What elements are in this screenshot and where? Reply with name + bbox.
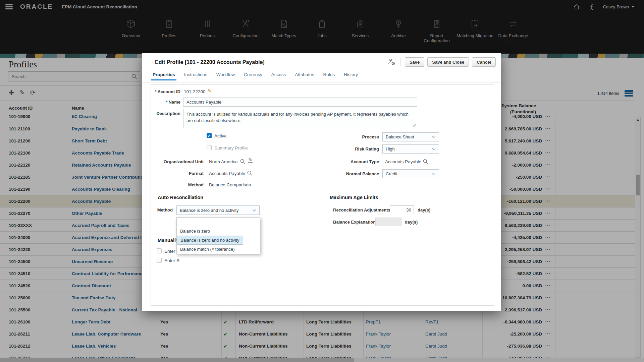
account-type-search-icon[interactable] [423, 159, 428, 164]
process-label: Process [292, 134, 379, 139]
name-field[interactable] [183, 98, 417, 107]
description-field[interactable]: This account is utilized for various acc… [183, 109, 417, 128]
dropdown-option[interactable]: Balance match (# tolerance) [177, 245, 260, 254]
chevron-down-icon [253, 209, 256, 212]
dialog-title: Edit Profile [101 - 22200 Accounts Payab… [155, 59, 265, 65]
divider [400, 58, 400, 66]
edit-account-id-icon[interactable]: ✎ [207, 88, 212, 94]
method-value: Balance Comparison [209, 182, 251, 187]
active-label: Active [214, 133, 227, 138]
dropdown-option[interactable] [177, 218, 260, 227]
org-unit-label: Organizational Unit [151, 159, 204, 164]
dropdown-option[interactable]: Balance is zero and no activity [177, 236, 243, 245]
org-unit-value: North America [209, 159, 238, 164]
account-id-label: *Account ID [151, 89, 180, 94]
description-label: Description [151, 111, 180, 116]
tab-history[interactable]: History [344, 72, 358, 80]
properties-panel: *Account ID 101-22200 ✎ *Name Descriptio… [151, 84, 494, 306]
summary-profile-label: Summary Profile [214, 145, 248, 150]
dialog-tabs: Properties Instructions Workflow Currenc… [153, 72, 358, 80]
save-button[interactable]: Save [405, 57, 424, 67]
resize-handle[interactable] [413, 124, 417, 127]
format-search-icon[interactable] [247, 170, 253, 176]
recon-adjustments-label: Reconciliation Adjustments [333, 207, 390, 213]
method-dropdown-list: Balance is zeroBalance is zero and no ac… [176, 217, 260, 254]
tab-workflow[interactable]: Workflow [216, 72, 235, 80]
auto-method-select[interactable]: Balance is zero and no activity [176, 205, 260, 215]
normal-balance-select[interactable]: Credit [382, 169, 439, 178]
recon-adjustments-input[interactable] [390, 205, 414, 214]
account-type-value: Accounts Payable [385, 159, 421, 164]
method-label: Method [151, 182, 204, 187]
tab-attributes[interactable]: Attributes [295, 72, 314, 80]
tab-instructions[interactable]: Instructions [184, 72, 207, 80]
process-select[interactable]: Balance Sheet [382, 132, 439, 141]
tab-access[interactable]: Access [271, 72, 286, 80]
user-restricted-icon[interactable] [388, 58, 396, 66]
org-unit-search-icon[interactable] [240, 159, 246, 164]
chevron-down-icon [432, 148, 436, 150]
summary-profile-checkbox[interactable] [207, 145, 212, 150]
balance-explanations-input [375, 218, 401, 226]
tab-currency[interactable]: Currency [244, 72, 262, 80]
manually-heading: Manually [158, 238, 178, 243]
enter-checkbox-1[interactable] [157, 248, 162, 253]
risk-rating-select[interactable]: High [382, 144, 439, 154]
dropdown-option[interactable]: Balance is zero [177, 227, 260, 236]
format-value: Accounts Payable [209, 171, 245, 176]
auto-reconciliation-heading: Auto Reconciliation [158, 195, 203, 200]
tab-rules[interactable]: Rules [323, 72, 335, 80]
risk-rating-label: Risk Rating [292, 146, 379, 152]
enter-checkbox-2-label: Enter S [164, 258, 179, 263]
normal-balance-label: Normal Balance [292, 171, 379, 176]
tabs-underline [142, 82, 501, 82]
screen: ORACLE EPM Cloud Account Reconciliation … [0, 0, 644, 362]
recon-days-suffix: day(s) [418, 207, 430, 213]
auto-method-label: Method [151, 207, 173, 213]
maximum-age-limits-heading: Maximum Age Limits [330, 195, 378, 200]
balance-days-suffix: day(s) [405, 220, 418, 225]
active-checkbox[interactable]: ✔ [207, 133, 212, 138]
chevron-down-icon [432, 136, 436, 138]
format-label: Format [151, 171, 204, 176]
save-and-close-button[interactable]: Save and Close [427, 57, 469, 67]
account-id-value: 101-22200 [184, 89, 206, 94]
org-unit-edit-icon[interactable]: ✎ [248, 158, 253, 163]
tab-properties[interactable]: Properties [153, 72, 175, 80]
name-label: *Name [151, 100, 180, 105]
dialog-actions: Save Save and Close Cancel [388, 57, 496, 67]
balance-explanations-label: Balance Explanations [333, 220, 378, 225]
enter-checkbox-2[interactable] [157, 258, 162, 263]
account-type-label: Account Type [292, 159, 379, 164]
edit-profile-dialog: Edit Profile [101 - 22200 Accounts Payab… [142, 53, 501, 311]
chevron-down-icon [432, 173, 436, 175]
cancel-button[interactable]: Cancel [472, 57, 496, 67]
